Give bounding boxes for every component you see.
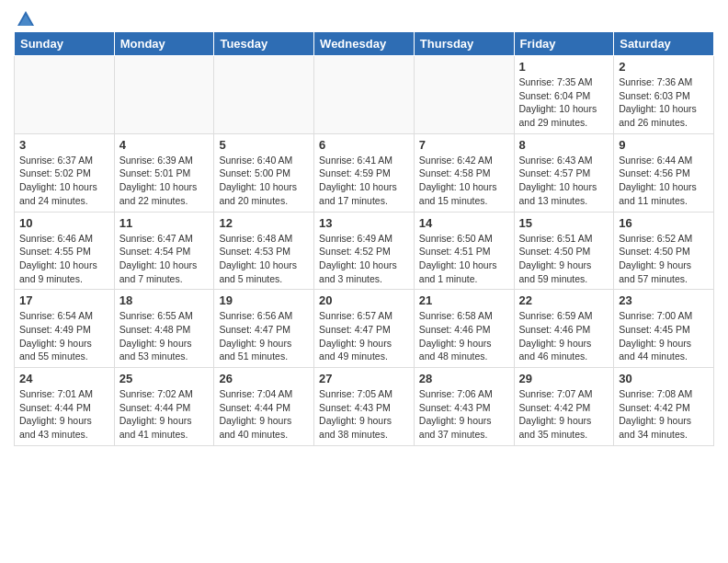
calendar-cell: 30Sunrise: 7:08 AM Sunset: 4:42 PM Dayli… (614, 368, 714, 446)
day-info: Sunrise: 7:35 AM Sunset: 6:04 PM Dayligh… (519, 75, 609, 130)
calendar-cell: 1Sunrise: 7:35 AM Sunset: 6:04 PM Daylig… (514, 56, 614, 134)
day-number: 26 (219, 372, 309, 385)
calendar-cell: 9Sunrise: 6:44 AM Sunset: 4:56 PM Daylig… (614, 133, 714, 212)
weekday-header-tuesday: Tuesday (214, 32, 314, 56)
weekday-header-wednesday: Wednesday (314, 32, 415, 56)
calendar-cell (114, 56, 214, 134)
day-number: 20 (319, 293, 409, 307)
day-number: 8 (519, 138, 609, 152)
day-number: 18 (119, 293, 210, 307)
calendar-cell: 11Sunrise: 6:47 AM Sunset: 4:54 PM Dayli… (114, 212, 214, 290)
calendar-week-1: 1Sunrise: 7:35 AM Sunset: 6:04 PM Daylig… (15, 56, 714, 134)
day-info: Sunrise: 6:51 AM Sunset: 4:50 PM Dayligh… (519, 232, 609, 286)
calendar-cell (314, 56, 415, 134)
calendar-week-2: 3Sunrise: 6:37 AM Sunset: 5:02 PM Daylig… (15, 133, 714, 212)
calendar-cell: 18Sunrise: 6:55 AM Sunset: 4:48 PM Dayli… (114, 290, 214, 368)
calendar-cell: 21Sunrise: 6:58 AM Sunset: 4:46 PM Dayli… (414, 290, 514, 368)
calendar-cell: 5Sunrise: 6:40 AM Sunset: 5:00 PM Daylig… (214, 133, 314, 212)
day-number: 19 (219, 293, 309, 307)
day-info: Sunrise: 6:56 AM Sunset: 4:47 PM Dayligh… (219, 309, 309, 363)
day-number: 14 (419, 216, 509, 230)
day-number: 10 (19, 216, 109, 230)
day-info: Sunrise: 6:41 AM Sunset: 4:59 PM Dayligh… (319, 154, 409, 208)
day-number: 23 (619, 293, 709, 307)
calendar-cell: 29Sunrise: 7:07 AM Sunset: 4:42 PM Dayli… (514, 368, 614, 446)
day-info: Sunrise: 6:37 AM Sunset: 5:02 PM Dayligh… (19, 154, 109, 208)
day-number: 15 (519, 216, 609, 230)
day-info: Sunrise: 6:50 AM Sunset: 4:51 PM Dayligh… (419, 232, 509, 286)
page-container: SundayMondayTuesdayWednesdayThursdayFrid… (0, 0, 728, 455)
day-info: Sunrise: 6:46 AM Sunset: 4:55 PM Dayligh… (19, 232, 109, 286)
calendar-cell: 25Sunrise: 7:02 AM Sunset: 4:44 PM Dayli… (114, 368, 214, 446)
day-number: 13 (319, 216, 409, 230)
day-info: Sunrise: 6:49 AM Sunset: 4:52 PM Dayligh… (319, 232, 409, 286)
day-info: Sunrise: 7:08 AM Sunset: 4:42 PM Dayligh… (619, 387, 709, 442)
calendar-cell: 27Sunrise: 7:05 AM Sunset: 4:43 PM Dayli… (314, 368, 415, 446)
day-info: Sunrise: 7:36 AM Sunset: 6:03 PM Dayligh… (619, 75, 709, 130)
calendar-cell: 6Sunrise: 6:41 AM Sunset: 4:59 PM Daylig… (314, 133, 415, 212)
calendar-cell: 23Sunrise: 7:00 AM Sunset: 4:45 PM Dayli… (614, 290, 714, 368)
calendar-cell: 28Sunrise: 7:06 AM Sunset: 4:43 PM Dayli… (414, 368, 514, 446)
day-info: Sunrise: 6:55 AM Sunset: 4:48 PM Dayligh… (119, 309, 210, 363)
calendar-cell (214, 56, 314, 134)
day-info: Sunrise: 6:58 AM Sunset: 4:46 PM Dayligh… (419, 309, 509, 363)
day-number: 3 (19, 138, 109, 152)
weekday-header-sunday: Sunday (15, 32, 115, 56)
calendar-cell: 15Sunrise: 6:51 AM Sunset: 4:50 PM Dayli… (514, 212, 614, 290)
calendar-cell: 7Sunrise: 6:42 AM Sunset: 4:58 PM Daylig… (414, 133, 514, 212)
day-info: Sunrise: 6:59 AM Sunset: 4:46 PM Dayligh… (519, 309, 609, 363)
day-info: Sunrise: 6:57 AM Sunset: 4:47 PM Dayligh… (319, 309, 409, 363)
day-number: 4 (119, 138, 210, 152)
weekday-header-monday: Monday (114, 32, 214, 56)
day-info: Sunrise: 7:00 AM Sunset: 4:45 PM Dayligh… (619, 309, 709, 363)
day-info: Sunrise: 7:02 AM Sunset: 4:44 PM Dayligh… (119, 387, 210, 442)
day-number: 24 (19, 372, 109, 385)
calendar-cell: 4Sunrise: 6:39 AM Sunset: 5:01 PM Daylig… (114, 133, 214, 212)
day-number: 22 (519, 293, 609, 307)
logo-icon (16, 9, 36, 29)
day-number: 9 (619, 138, 709, 152)
calendar-cell: 13Sunrise: 6:49 AM Sunset: 4:52 PM Dayli… (314, 212, 415, 290)
day-number: 5 (219, 138, 309, 152)
day-number: 28 (419, 372, 509, 385)
day-number: 7 (419, 138, 509, 152)
calendar-week-5: 24Sunrise: 7:01 AM Sunset: 4:44 PM Dayli… (15, 368, 714, 446)
calendar-cell: 20Sunrise: 6:57 AM Sunset: 4:47 PM Dayli… (314, 290, 415, 368)
calendar-cell: 8Sunrise: 6:43 AM Sunset: 4:57 PM Daylig… (514, 133, 614, 212)
day-number: 6 (319, 138, 409, 152)
day-number: 2 (619, 60, 709, 74)
day-info: Sunrise: 6:39 AM Sunset: 5:01 PM Dayligh… (119, 154, 210, 208)
day-number: 27 (319, 372, 409, 385)
day-info: Sunrise: 7:06 AM Sunset: 4:43 PM Dayligh… (419, 387, 509, 442)
day-info: Sunrise: 6:48 AM Sunset: 4:53 PM Dayligh… (219, 232, 309, 286)
calendar-cell: 10Sunrise: 6:46 AM Sunset: 4:55 PM Dayli… (15, 212, 115, 290)
day-info: Sunrise: 6:54 AM Sunset: 4:49 PM Dayligh… (19, 309, 109, 363)
calendar-cell: 17Sunrise: 6:54 AM Sunset: 4:49 PM Dayli… (15, 290, 115, 368)
weekday-header-friday: Friday (514, 32, 614, 56)
day-info: Sunrise: 6:47 AM Sunset: 4:54 PM Dayligh… (119, 232, 210, 286)
calendar-week-3: 10Sunrise: 6:46 AM Sunset: 4:55 PM Dayli… (15, 212, 714, 290)
calendar-cell: 16Sunrise: 6:52 AM Sunset: 4:50 PM Dayli… (614, 212, 714, 290)
calendar-cell: 22Sunrise: 6:59 AM Sunset: 4:46 PM Dayli… (514, 290, 614, 368)
calendar-cell (15, 56, 115, 134)
calendar-cell (414, 56, 514, 134)
weekday-header-thursday: Thursday (414, 32, 514, 56)
calendar-table: SundayMondayTuesdayWednesdayThursdayFrid… (14, 31, 714, 446)
calendar-cell: 14Sunrise: 6:50 AM Sunset: 4:51 PM Dayli… (414, 212, 514, 290)
calendar-week-4: 17Sunrise: 6:54 AM Sunset: 4:49 PM Dayli… (15, 290, 714, 368)
day-info: Sunrise: 7:04 AM Sunset: 4:44 PM Dayligh… (219, 387, 309, 442)
day-info: Sunrise: 6:42 AM Sunset: 4:58 PM Dayligh… (419, 154, 509, 208)
day-number: 11 (119, 216, 210, 230)
day-info: Sunrise: 7:05 AM Sunset: 4:43 PM Dayligh… (319, 387, 409, 442)
day-number: 30 (619, 372, 709, 385)
day-info: Sunrise: 7:07 AM Sunset: 4:42 PM Dayligh… (519, 387, 609, 442)
calendar-cell: 3Sunrise: 6:37 AM Sunset: 5:02 PM Daylig… (15, 133, 115, 212)
calendar-cell: 26Sunrise: 7:04 AM Sunset: 4:44 PM Dayli… (214, 368, 314, 446)
day-number: 12 (219, 216, 309, 230)
calendar-cell: 2Sunrise: 7:36 AM Sunset: 6:03 PM Daylig… (614, 56, 714, 134)
day-number: 1 (519, 60, 609, 74)
day-info: Sunrise: 7:01 AM Sunset: 4:44 PM Dayligh… (19, 387, 109, 442)
weekday-header-saturday: Saturday (614, 32, 714, 56)
logo (14, 9, 36, 24)
day-number: 17 (19, 293, 109, 307)
